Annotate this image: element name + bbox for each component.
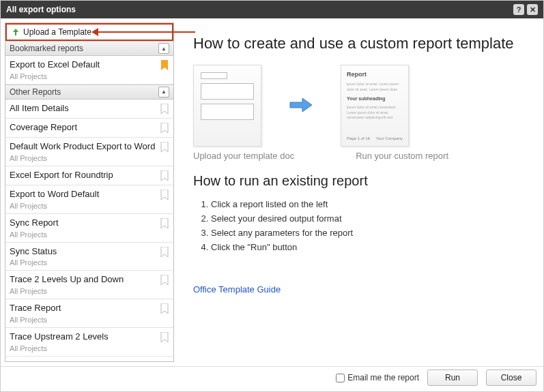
report-name: Sync Report [10, 217, 160, 229]
bookmark-outline-icon[interactable] [160, 246, 169, 258]
upload-template-label: Upload a Template [23, 27, 91, 37]
report-item[interactable]: Trace 2 Levels Up and Down All Projects [5, 271, 173, 299]
report-item[interactable]: Sync Status All Projects [5, 243, 173, 271]
report-name: Trace Upstream 2 Levels [10, 331, 160, 343]
report-sub: All Projects [10, 230, 160, 239]
bookmark-outline-icon[interactable] [160, 217, 169, 229]
report-item[interactable]: Sync Report All Projects [5, 214, 173, 243]
bookmark-outline-icon[interactable] [160, 141, 169, 153]
report-sub: All Projects [10, 316, 160, 324]
bookmark-outline-icon[interactable] [160, 303, 169, 314]
collapse-icon[interactable]: ▲ [158, 43, 169, 54]
section-bookmarked-header[interactable]: Bookmarked reports ▲ [5, 41, 173, 56]
email-report-input[interactable] [336, 374, 345, 382]
bookmark-outline-icon[interactable] [160, 170, 169, 181]
sample-subheading: Your subheading [347, 96, 403, 101]
main-panel: How to create and use a custom report te… [174, 22, 539, 362]
bookmark-outline-icon[interactable] [160, 122, 169, 134]
office-template-guide-link[interactable]: Office Template Guide [193, 284, 281, 295]
report-sub: All Projects [10, 287, 160, 295]
help-icon[interactable]: ? [513, 4, 524, 15]
report-name: Export to Excel Default [10, 59, 160, 71]
bookmark-outline-icon[interactable] [160, 103, 169, 115]
window-title: All export options [6, 5, 76, 14]
caption-row: Upload your template doc Run your custom… [193, 151, 520, 161]
report-name: Excel Export for Roundtrip [10, 170, 160, 181]
upload-icon [11, 27, 20, 37]
report-sub: All Projects [10, 258, 160, 267]
section-other-label: Other Reports [10, 87, 158, 97]
report-sub: All Projects [10, 344, 160, 352]
collapse-icon[interactable]: ▲ [158, 87, 169, 97]
bookmark-outline-icon[interactable] [160, 274, 169, 286]
close-button[interactable]: Close [486, 370, 536, 386]
report-item[interactable]: Coverage Report [5, 119, 173, 138]
report-item[interactable]: All Item Details [5, 100, 173, 119]
report-item[interactable]: Trace Upstream 2 Levels All Projects [5, 328, 173, 357]
report-sub: All Projects [10, 154, 160, 162]
bookmark-icon[interactable] [160, 59, 169, 71]
bookmark-outline-icon[interactable] [160, 189, 169, 200]
heading-run: How to run an existing report [193, 173, 520, 189]
email-report-checkbox[interactable]: Email me the report [336, 373, 419, 382]
diagram-row: Report ipsum dolor sit amet. Lorem ipsum… [193, 65, 520, 147]
arrow-right-icon [289, 95, 313, 117]
caption-run: Run your custom report [356, 151, 448, 161]
report-doc-illustration: Report ipsum dolor sit amet. Lorem ipsum… [341, 65, 409, 147]
report-name: All Item Details [10, 103, 160, 115]
section-bookmarked-label: Bookmarked reports [10, 44, 158, 53]
email-report-label: Email me the report [347, 373, 419, 382]
upload-template-button[interactable]: Upload a Template [5, 23, 173, 41]
report-name: Export to Word Default [10, 189, 160, 200]
caption-upload: Upload your template doc [193, 151, 294, 161]
sample-report-title: Report [347, 71, 403, 78]
report-item[interactable]: Export to Excel Default All Projects [5, 56, 173, 85]
step: Click the "Run" button [211, 240, 520, 254]
report-name: Trace Report [10, 303, 160, 314]
sidebar: Upload a Template Bookmarked reports ▲ E… [5, 22, 174, 362]
step: Select your desired output format [211, 211, 520, 226]
report-name: Trace 2 Levels Up and Down [10, 274, 160, 286]
report-item[interactable]: Trace Report All Projects [5, 299, 173, 328]
report-name: Coverage Report [10, 122, 160, 134]
bookmark-outline-icon[interactable] [160, 331, 169, 343]
report-name: Sync Status [10, 246, 160, 258]
step: Select any parameters for the report [211, 226, 520, 240]
titlebar: All export options ? ✕ [1, 1, 543, 18]
sample-company-footer: Your Company [376, 136, 403, 140]
template-doc-illustration [193, 65, 261, 147]
report-sub: All Projects [10, 72, 160, 80]
report-item[interactable]: Export to Word Default All Projects [5, 185, 173, 214]
run-button[interactable]: Run [427, 370, 478, 386]
report-name: Default Work Product Export to Word [10, 141, 160, 153]
steps-list: Click a report listed on the left Select… [211, 197, 520, 254]
heading-create: How to create and use a custom report te… [193, 35, 520, 52]
report-item[interactable]: Excel Export for Roundtrip [5, 166, 173, 185]
close-icon[interactable]: ✕ [527, 4, 538, 15]
body-area: Upload a Template Bookmarked reports ▲ E… [1, 18, 543, 366]
step: Click a report listed on the left [211, 197, 520, 211]
footer-bar: Email me the report Run Close [1, 366, 543, 389]
report-sub: All Projects [10, 202, 160, 210]
section-other-header[interactable]: Other Reports ▲ [5, 85, 173, 100]
sample-page-footer: Page 1 of 16 [347, 136, 370, 140]
report-item[interactable]: Default Work Product Export to Word All … [5, 138, 173, 166]
